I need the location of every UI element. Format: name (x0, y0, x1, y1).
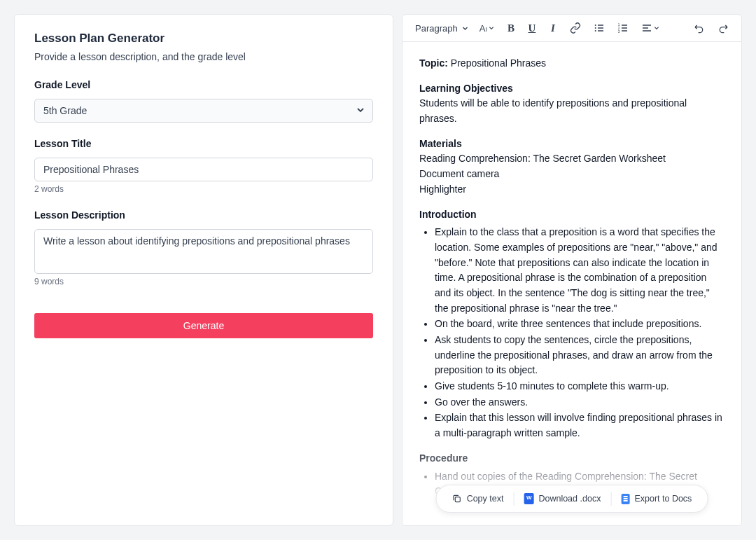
link-icon (570, 22, 581, 34)
list-item: Give students 5-10 minutes to complete t… (435, 379, 724, 394)
editor-toolbar: Paragraph AI B U I 123 (402, 15, 741, 42)
text-size-dropdown[interactable]: AI (475, 19, 498, 37)
numbered-list-icon: 123 (617, 22, 629, 34)
editor-panel: Paragraph AI B U I 123 (402, 14, 742, 526)
list-item: Ask students to copy the sentences, circ… (435, 333, 724, 378)
undo-icon (694, 22, 705, 34)
chevron-down-icon (462, 25, 468, 32)
copy-text-button[interactable]: Copy text (442, 490, 514, 508)
google-doc-icon (621, 494, 629, 504)
undo-button[interactable] (690, 19, 709, 37)
italic-button[interactable]: I (545, 19, 561, 37)
word-doc-icon (524, 493, 533, 504)
list-item: Highlighter (419, 182, 724, 198)
list-item: Reading Comprehension: The Secret Garden… (419, 151, 724, 167)
redo-button[interactable] (713, 19, 733, 37)
svg-point-0 (595, 25, 596, 26)
list-item: Explain that this lesson will involve fi… (435, 410, 724, 441)
redo-icon (718, 22, 729, 34)
chevron-down-icon (654, 25, 659, 31)
bullet-list-button[interactable] (589, 19, 609, 37)
download-docx-button[interactable]: Download .docx (514, 489, 610, 508)
lesson-desc-wordcount: 9 words (34, 277, 373, 286)
lesson-description-input[interactable] (34, 229, 373, 274)
export-to-docs-button[interactable]: Export to Docs (611, 490, 701, 508)
bold-button[interactable]: B (503, 19, 519, 37)
list-item: Document camera (419, 167, 724, 182)
page-title: Lesson Plan Generator (34, 32, 373, 46)
align-dropdown[interactable] (637, 19, 664, 37)
chevron-down-icon (489, 25, 494, 31)
export-bar: Copy text Download .docx Export to Docs (436, 485, 708, 513)
form-panel: Lesson Plan Generator Provide a lesson d… (14, 14, 393, 526)
bullet-list-icon (594, 22, 605, 34)
page-subtitle: Provide a lesson description, and the gr… (34, 51, 373, 62)
lesson-title-input[interactable] (34, 158, 373, 181)
numbered-list-button[interactable]: 123 (613, 19, 633, 37)
list-item: Go over the answers. (435, 395, 724, 410)
lesson-description-label: Lesson Description (34, 209, 373, 221)
generate-button[interactable]: Generate (34, 313, 373, 338)
link-button[interactable] (566, 19, 585, 37)
lesson-title-wordcount: 2 words (34, 184, 373, 194)
underline-button[interactable]: U (524, 19, 540, 37)
list-item: Explain to the class that a preposition … (435, 225, 724, 316)
editor-body[interactable]: Topic: Prepositional Phrases Learning Ob… (402, 42, 741, 525)
copy-icon (452, 494, 462, 504)
svg-text:3: 3 (618, 30, 620, 34)
lesson-title-label: Lesson Title (34, 138, 373, 149)
grade-level-select[interactable]: 5th Grade (34, 99, 373, 123)
svg-point-2 (595, 30, 596, 32)
svg-rect-6 (455, 497, 460, 502)
align-icon (641, 22, 652, 34)
introduction-list: Explain to the class that a preposition … (419, 225, 724, 441)
list-item: On the board, write three sentences that… (435, 317, 724, 332)
grade-level-label: Grade Level (34, 79, 373, 90)
paragraph-dropdown[interactable]: Paragraph (411, 19, 471, 37)
svg-point-1 (595, 27, 596, 29)
